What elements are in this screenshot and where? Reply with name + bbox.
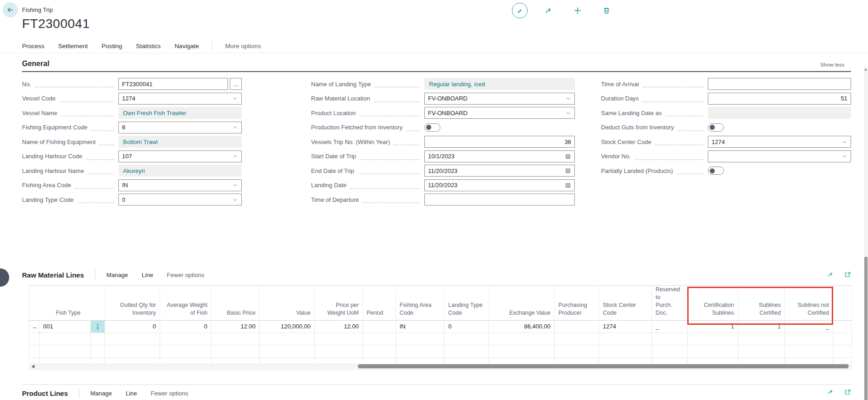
landing-type-code-input[interactable]: 0 bbox=[118, 194, 242, 206]
column-header-certification-sublines[interactable]: Certification Sublines bbox=[688, 286, 738, 321]
cell-sublines-not-certified[interactable]: _ bbox=[785, 320, 833, 333]
column-header-average-weight-of-fish[interactable]: Average Weight of Fish bbox=[160, 286, 211, 321]
menu-item-process[interactable]: Process bbox=[22, 43, 45, 50]
expand-window-icon[interactable] bbox=[844, 271, 851, 278]
vendor-no-input[interactable] bbox=[708, 150, 851, 162]
column-header-fishing-area-code[interactable]: Fishing Area Code bbox=[396, 286, 445, 321]
cell-purchasing-producer[interactable] bbox=[555, 320, 599, 333]
cell-reserved-to-purch-doc[interactable]: _ bbox=[652, 320, 688, 333]
no-input[interactable]: FT2300041 bbox=[118, 78, 228, 90]
calendar-icon[interactable] bbox=[565, 153, 571, 160]
chevron-down-icon[interactable] bbox=[232, 153, 238, 159]
expand-window-icon[interactable] bbox=[844, 388, 851, 396]
vessel-code-input[interactable]: 1274 bbox=[118, 93, 242, 105]
menu-item-posting[interactable]: Posting bbox=[101, 43, 122, 50]
cell-value-link[interactable]: 1 bbox=[778, 323, 781, 330]
cell-price-per-weight-uom[interactable]: 12.00 bbox=[315, 320, 363, 333]
show-less-link[interactable]: Show less bbox=[820, 62, 844, 67]
duration-days-input[interactable]: 51 bbox=[708, 93, 851, 105]
cell-value-link[interactable]: _ bbox=[656, 323, 659, 330]
scroll-up-arrow-icon[interactable] bbox=[864, 68, 867, 71]
chevron-down-icon[interactable] bbox=[841, 139, 847, 145]
delete-button[interactable] bbox=[599, 3, 614, 18]
column-header-sublines-certified[interactable]: Sublines Certified bbox=[738, 286, 785, 321]
time-of-departure-input[interactable] bbox=[424, 194, 575, 206]
column-header-landing-type-code[interactable]: Landing Type Code bbox=[445, 286, 489, 321]
pl-menu-fewer-options[interactable]: Fewer options bbox=[151, 390, 189, 397]
menu-item-more-options[interactable]: More options bbox=[225, 43, 261, 50]
side-panel-handle[interactable] bbox=[0, 268, 9, 287]
column-header-price-per-weight-uom[interactable]: Price per Weight UoM bbox=[315, 286, 363, 321]
landing-date-input[interactable]: 11/20/2023 bbox=[424, 179, 575, 191]
start-date-of-trip-input[interactable]: 10/1/2023 bbox=[424, 150, 575, 162]
general-section-heading[interactable]: General bbox=[22, 60, 50, 68]
toggle-partially-landed-products[interactable] bbox=[708, 167, 724, 175]
calendar-icon[interactable] bbox=[565, 167, 571, 174]
chevron-down-icon[interactable] bbox=[565, 95, 571, 101]
cell-blank[interactable] bbox=[833, 320, 852, 333]
back-button[interactable] bbox=[3, 2, 18, 17]
column-header-gutted-qty-for-inventory[interactable]: Gutted Qty for Inventory bbox=[105, 286, 160, 321]
product-location-input[interactable]: FV-ONBOARD bbox=[424, 107, 575, 119]
cell-basic-price[interactable]: 12.00 bbox=[211, 320, 260, 333]
menu-item-statistics[interactable]: Statistics bbox=[136, 43, 161, 50]
column-header-sublines-not-certified[interactable]: Sublines not Certified bbox=[785, 286, 833, 321]
horizontal-scrollbar-thumb[interactable] bbox=[358, 364, 849, 368]
pl-menu-line[interactable]: Line bbox=[126, 390, 137, 397]
column-header-purchasing-producer[interactable]: Purchasing Producer bbox=[555, 286, 599, 321]
assist-edit-button[interactable]: … bbox=[230, 78, 242, 90]
cell-value-link[interactable]: _ bbox=[826, 323, 829, 330]
chevron-down-icon[interactable] bbox=[232, 197, 238, 203]
stock-center-code-input[interactable]: 1274 bbox=[708, 136, 851, 148]
calendar-icon[interactable] bbox=[565, 182, 571, 189]
cell-value-link[interactable]: 1 bbox=[731, 323, 734, 330]
scroll-left-arrow-icon[interactable] bbox=[32, 365, 34, 368]
chevron-down-icon[interactable] bbox=[232, 182, 238, 188]
chevron-down-icon[interactable] bbox=[232, 124, 238, 130]
cell-period[interactable] bbox=[363, 320, 396, 333]
raw-material-location-input[interactable]: FV-ONBOARD bbox=[424, 93, 575, 105]
toggle-production-fetched-from-inventory[interactable] bbox=[424, 123, 440, 132]
column-header-fish-type[interactable]: Fish Type bbox=[39, 286, 91, 321]
cell-landing-type-code[interactable]: 0 bbox=[445, 320, 489, 333]
column-header-exchange-value[interactable]: Exchange Value bbox=[489, 286, 555, 321]
time-of-arrival-input[interactable] bbox=[708, 78, 851, 90]
chevron-down-icon[interactable] bbox=[232, 95, 238, 101]
vertical-scrollbar[interactable] bbox=[864, 67, 868, 400]
rml-menu-fewer-options[interactable]: Fewer options bbox=[167, 272, 205, 278]
fishing-area-code-input[interactable]: IN bbox=[118, 179, 242, 191]
cell-average-weight-of-fish[interactable]: 0 bbox=[160, 320, 211, 333]
end-date-of-trip-input[interactable]: 11/20/2023 bbox=[424, 165, 575, 177]
cell-fish-type[interactable]: 001 bbox=[39, 320, 91, 333]
edit-button[interactable] bbox=[512, 3, 528, 18]
share-icon[interactable] bbox=[827, 388, 835, 396]
share-button[interactable] bbox=[541, 3, 556, 18]
cell-value[interactable]: 120,000.00 bbox=[260, 320, 315, 333]
vessels-trip-no-within-year-input[interactable]: 36 bbox=[424, 136, 575, 148]
toggle-deduct-guts-from-inventory[interactable] bbox=[708, 123, 724, 132]
share-icon[interactable] bbox=[827, 271, 835, 278]
cell-certification-sublines[interactable]: 1 bbox=[688, 320, 738, 333]
column-header-period[interactable]: Period bbox=[363, 286, 396, 321]
horizontal-scrollbar[interactable] bbox=[29, 363, 851, 369]
column-header-value[interactable]: Value bbox=[260, 286, 315, 321]
cell-exchange-value[interactable]: 86,400.00 bbox=[489, 320, 555, 333]
fishing-equipment-code-input[interactable]: 6 bbox=[118, 122, 242, 133]
column-header-reserved-to-purch-doc[interactable]: Reserved to Purch. Doc. bbox=[652, 286, 688, 321]
add-button[interactable] bbox=[570, 3, 585, 18]
cell-gutted-qty-for-inventory[interactable]: 0 bbox=[105, 320, 160, 333]
menu-item-navigate[interactable]: Navigate bbox=[174, 43, 199, 50]
row-options-button[interactable]: ⋮ bbox=[91, 320, 105, 333]
cell-fishing-area-code[interactable]: IN bbox=[396, 320, 445, 333]
landing-harbour-code-input[interactable]: 107 bbox=[118, 150, 242, 162]
menu-item-settlement[interactable]: Settlement bbox=[58, 43, 88, 50]
chevron-down-icon[interactable] bbox=[841, 153, 847, 159]
vertical-scrollbar-thumb[interactable] bbox=[864, 257, 868, 400]
column-header-basic-price[interactable]: Basic Price bbox=[211, 286, 260, 321]
rml-menu-manage[interactable]: Manage bbox=[106, 272, 128, 278]
chevron-down-icon[interactable] bbox=[565, 110, 571, 116]
cell-sublines-certified[interactable]: 1 bbox=[738, 320, 785, 333]
pl-menu-manage[interactable]: Manage bbox=[90, 390, 112, 397]
column-header-stock-center-code[interactable]: Stock Center Code bbox=[599, 286, 652, 321]
cell-stock-center-code[interactable]: 1274 bbox=[599, 320, 652, 333]
